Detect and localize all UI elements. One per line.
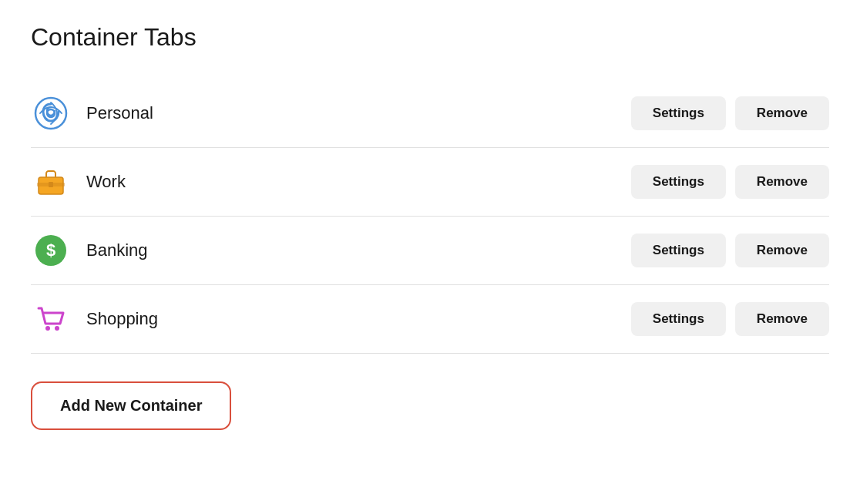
banking-icon: $ bbox=[34, 234, 68, 267]
shopping-settings-button[interactable]: Settings bbox=[631, 302, 726, 336]
personal-remove-button[interactable]: Remove bbox=[735, 96, 829, 130]
banking-remove-button[interactable]: Remove bbox=[735, 234, 829, 267]
work-btn-group: Settings Remove bbox=[631, 165, 829, 199]
banking-settings-button[interactable]: Settings bbox=[631, 234, 726, 267]
add-new-container-button[interactable]: Add New Container bbox=[31, 381, 231, 430]
personal-btn-group: Settings Remove bbox=[631, 96, 829, 130]
page-title: Container Tabs bbox=[31, 23, 829, 52]
container-row-personal: Personal Settings Remove bbox=[31, 79, 829, 148]
container-list: Personal Settings Remove Work Settings R… bbox=[31, 79, 829, 354]
personal-name: Personal bbox=[86, 103, 631, 123]
work-settings-button[interactable]: Settings bbox=[631, 165, 726, 199]
shopping-remove-button[interactable]: Remove bbox=[735, 302, 829, 336]
work-icon-wrapper bbox=[31, 162, 71, 202]
work-name: Work bbox=[86, 172, 631, 192]
shopping-btn-group: Settings Remove bbox=[631, 302, 829, 336]
svg-point-9 bbox=[55, 326, 59, 331]
container-row-banking: $ Banking Settings Remove bbox=[31, 217, 829, 285]
banking-btn-group: Settings Remove bbox=[631, 234, 829, 267]
personal-settings-button[interactable]: Settings bbox=[631, 96, 726, 130]
container-row-work: Work Settings Remove bbox=[31, 148, 829, 217]
banking-name: Banking bbox=[86, 240, 631, 260]
svg-point-8 bbox=[45, 326, 50, 331]
container-row-shopping: Shopping Settings Remove bbox=[31, 285, 829, 354]
personal-icon bbox=[34, 96, 68, 130]
personal-icon-wrapper bbox=[31, 93, 71, 133]
shopping-name: Shopping bbox=[86, 309, 631, 329]
shopping-icon-wrapper bbox=[31, 299, 71, 339]
work-icon bbox=[34, 165, 68, 199]
work-remove-button[interactable]: Remove bbox=[735, 165, 829, 199]
banking-icon-wrapper: $ bbox=[31, 230, 71, 270]
svg-rect-5 bbox=[49, 182, 53, 187]
svg-text:$: $ bbox=[46, 240, 55, 260]
shopping-icon bbox=[34, 302, 68, 336]
